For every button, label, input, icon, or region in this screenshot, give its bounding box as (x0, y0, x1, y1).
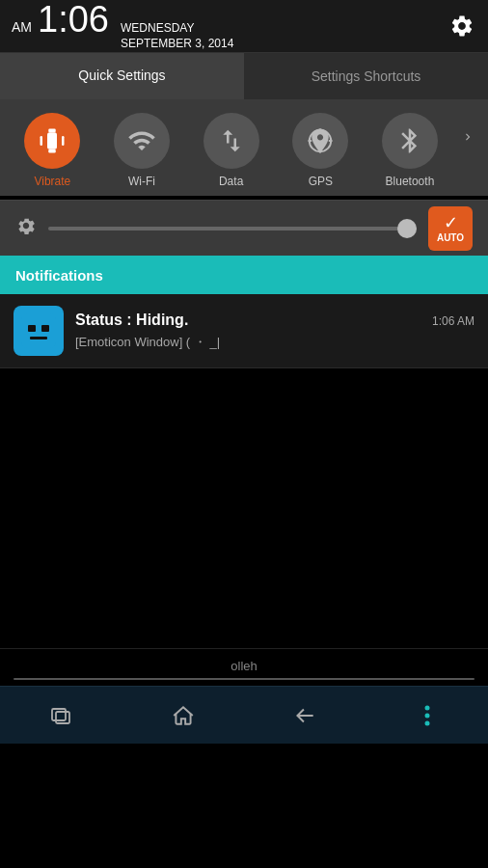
day-name: WEDNESDAY (121, 21, 233, 37)
carrier-name: olleh (230, 659, 257, 673)
brightness-row: ✓ AUTO (0, 200, 488, 256)
full-date: SEPTEMBER 3, 2014 (121, 37, 233, 52)
tab-quick-settings[interactable]: Quick Settings (0, 53, 244, 99)
notification-item[interactable]: Status : Hiding. 1:06 AM [Emoticon Windo… (0, 294, 488, 368)
svg-point-17 (424, 713, 429, 718)
menu-button[interactable] (403, 692, 451, 740)
notif-subtitle: [Emoticon Window] ( ・ _| (75, 335, 220, 349)
svg-rect-14 (52, 709, 66, 720)
tabs: Quick Settings Settings Shortcuts (0, 53, 488, 99)
gps-icon-circle (292, 113, 348, 169)
data-icon-circle (203, 113, 259, 169)
svg-rect-15 (56, 712, 69, 723)
auto-label: AUTO (437, 232, 464, 243)
svg-point-16 (424, 705, 429, 710)
time-block: AM 1:06 WEDNESDAY SEPTEMBER 3, 2014 (12, 1, 233, 51)
status-bar: AM 1:06 WEDNESDAY SEPTEMBER 3, 2014 (0, 0, 488, 53)
svg-rect-13 (30, 337, 47, 339)
notif-content: Status : Hiding. 1:06 AM [Emoticon Windo… (75, 312, 474, 351)
settings-gear-icon[interactable] (447, 12, 476, 41)
quick-setting-data[interactable]: Data (193, 113, 270, 188)
svg-point-18 (424, 720, 429, 725)
notif-title-row: Status : Hiding. 1:06 AM (75, 312, 474, 329)
auto-brightness-button[interactable]: ✓ AUTO (428, 206, 473, 251)
quick-setting-vibrate[interactable]: Vibrate (14, 113, 91, 188)
svg-rect-4 (62, 136, 65, 146)
notifications-header: Notifications (0, 256, 488, 294)
status-icons (447, 12, 476, 41)
gear-small-icon[interactable] (15, 215, 37, 241)
data-label: Data (219, 175, 243, 188)
quick-setting-wifi[interactable]: Wi-Fi (103, 113, 180, 188)
date-block: WEDNESDAY SEPTEMBER 3, 2014 (121, 21, 233, 51)
more-arrow[interactable] (461, 130, 474, 144)
time-display: 1:06 (38, 1, 109, 38)
am-pm: AM (12, 19, 32, 35)
quick-icons-row: Vibrate Wi-Fi Data (0, 113, 488, 188)
wifi-icon-circle (114, 113, 170, 169)
svg-rect-3 (41, 136, 43, 146)
back-button[interactable] (281, 692, 329, 740)
notifications-title: Notifications (15, 267, 103, 284)
quick-setting-gps[interactable]: GPS (282, 113, 359, 188)
quick-settings-panel: Vibrate Wi-Fi Data (0, 99, 488, 196)
navigation-bar (0, 686, 488, 744)
wifi-label: Wi-Fi (128, 175, 155, 188)
carrier-line (14, 678, 474, 680)
notif-app-title: Status : Hiding. (75, 312, 188, 329)
gps-label: GPS (309, 175, 333, 188)
brightness-slider[interactable] (48, 227, 417, 231)
svg-rect-11 (28, 325, 36, 332)
brightness-thumb (397, 219, 417, 238)
carrier-bar: olleh (0, 648, 488, 686)
bluetooth-label: Bluetooth (386, 175, 435, 188)
svg-rect-0 (49, 129, 57, 133)
svg-rect-12 (41, 325, 49, 332)
notif-app-icon (14, 306, 64, 356)
svg-rect-1 (49, 149, 57, 153)
svg-rect-10 (21, 313, 56, 348)
bluetooth-icon-circle (382, 113, 438, 169)
auto-checkmark-icon: ✓ (444, 214, 458, 231)
empty-area (0, 368, 488, 648)
svg-rect-2 (47, 132, 57, 149)
home-button[interactable] (159, 692, 207, 740)
notif-time: 1:06 AM (432, 314, 474, 328)
quick-setting-bluetooth[interactable]: Bluetooth (371, 113, 448, 188)
vibrate-label: Vibrate (34, 175, 70, 188)
vibrate-icon-circle (24, 113, 80, 169)
recent-apps-button[interactable] (37, 692, 85, 740)
tab-settings-shortcuts[interactable]: Settings Shortcuts (244, 53, 488, 99)
